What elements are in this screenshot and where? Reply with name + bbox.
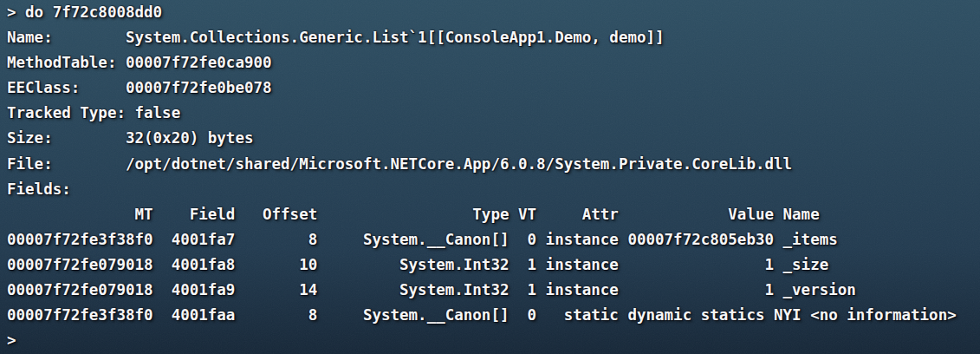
object-info-line: MethodTable: 00007f72fe0ca900	[7, 50, 980, 75]
fields-table-row: 00007f72fe3f38f0 4001fa7 8 System.__Cano…	[7, 227, 980, 252]
fields-heading: Fields:	[7, 177, 980, 202]
object-info-line: Tracked Type: false	[7, 101, 980, 126]
object-info-line: EEClass: 00007f72fe0be078	[7, 75, 980, 101]
object-info-line: Name: System.Collections.Generic.List`1[…	[7, 25, 980, 50]
object-info-line: Size: 32(0x20) bytes	[7, 126, 980, 151]
terminal-output[interactable]: > do 7f72c8008dd0Name: System.Collection…	[0, 0, 980, 353]
terminal-window: > do 7f72c8008dd0Name: System.Collection…	[0, 0, 980, 354]
fields-table-row: 00007f72fe079018 4001fa9 14 System.Int32…	[7, 278, 980, 303]
object-info-line: File: /opt/dotnet/shared/Microsoft.NETCo…	[7, 152, 980, 177]
command-line: > do 7f72c8008dd0	[7, 0, 980, 25]
fields-table-header: MT Field Offset Type VT Attr Value Name	[7, 202, 980, 227]
prompt-line: >	[7, 328, 980, 353]
fields-table-row: 00007f72fe3f38f0 4001faa 8 System.__Cano…	[7, 303, 980, 328]
fields-table-row: 00007f72fe079018 4001fa8 10 System.Int32…	[7, 252, 980, 278]
